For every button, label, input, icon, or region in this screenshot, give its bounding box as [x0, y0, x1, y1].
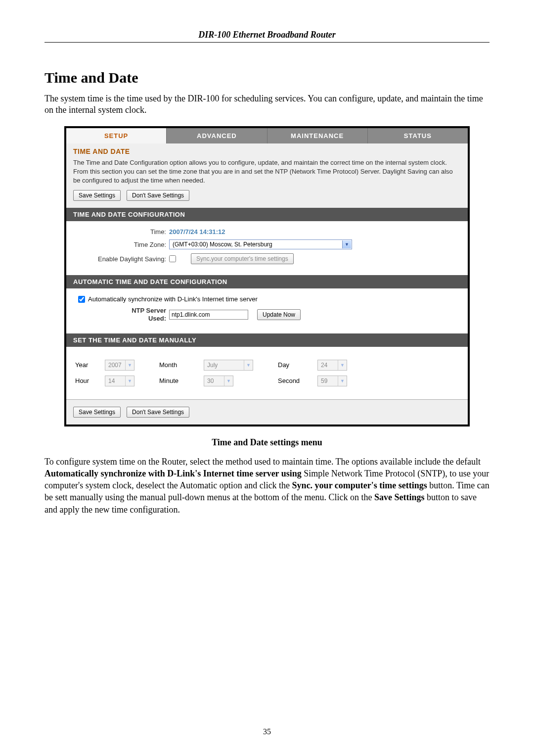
chevron-down-icon: ▼ [224, 376, 233, 386]
chevron-down-icon: ▼ [125, 360, 134, 370]
auto-sync-label: Automatically synchronize with D-Link's … [88, 295, 258, 303]
tab-setup[interactable]: SETUP [66, 128, 167, 143]
time-label: Time: [75, 228, 169, 236]
page-title: Time and Date [44, 69, 490, 86]
ntp-server-input[interactable] [169, 310, 248, 320]
auto-sync-checkbox[interactable] [78, 296, 85, 303]
daylight-saving-checkbox[interactable] [169, 255, 176, 262]
time-value: 2007/7/24 14:31:12 [169, 228, 225, 236]
tab-maintenance[interactable]: MAINTENANCE [267, 128, 368, 143]
dont-save-settings-button-top[interactable]: Don't Save Settings [127, 190, 189, 201]
day-select[interactable]: 24▼ [317, 360, 347, 371]
second-label: Second [278, 377, 317, 384]
router-ui-screenshot: SETUP ADVANCED MAINTENANCE STATUS TIME A… [64, 126, 470, 426]
chevron-down-icon: ▼ [125, 376, 134, 386]
second-select[interactable]: 59▼ [317, 376, 347, 386]
timezone-label: Time Zone: [75, 241, 169, 248]
day-label: Day [278, 361, 317, 369]
sync-computer-time-button[interactable]: Sync.your computer's time settings [191, 253, 294, 264]
year-label: Year [75, 361, 105, 369]
minute-select[interactable]: 30▼ [204, 376, 233, 386]
intro-panel-text: The Time and Date Configuration option a… [73, 158, 461, 186]
save-settings-button-bottom[interactable]: Save Settings [73, 407, 121, 418]
dont-save-settings-button-bottom[interactable]: Don't Save Settings [127, 407, 189, 418]
hour-select[interactable]: 14▼ [105, 376, 134, 386]
manual-body: Year 2007▼ Month July▼ Day 24▼ Hour 14▼ … [66, 347, 468, 399]
hour-label: Hour [75, 377, 105, 384]
year-select[interactable]: 2007▼ [105, 360, 134, 371]
tab-status[interactable]: STATUS [368, 128, 468, 143]
intro-panel: TIME AND DATE The Time and Date Configur… [66, 143, 468, 208]
bottom-button-panel: Save Settings Don't Save Settings [66, 399, 468, 425]
section-bar-auto: AUTOMATIC TIME AND DATE CONFIGURATION [66, 275, 468, 288]
chevron-down-icon: ▼ [338, 360, 347, 370]
config-body: Time: 2007/7/24 14:31:12 Time Zone: (GMT… [66, 221, 468, 275]
month-select[interactable]: July▼ [204, 360, 253, 371]
timezone-select[interactable]: (GMT+03:00) Moscow, St. Petersburg [169, 239, 352, 249]
figure-caption: Time and Date settings menu [44, 437, 490, 448]
section-bar-config: TIME AND DATE CONFIGURATION [66, 208, 468, 221]
save-settings-button-top[interactable]: Save Settings [73, 190, 121, 201]
body-paragraph: To configure system time on the Router, … [44, 456, 490, 516]
update-now-button[interactable]: Update Now [257, 309, 301, 320]
page-number: 35 [0, 727, 534, 736]
intro-paragraph: The system time is the time used by the … [44, 93, 490, 116]
page-header: DIR-100 Ethernet Broadband Router [44, 30, 490, 43]
chevron-down-icon: ▼ [338, 376, 347, 386]
tab-bar: SETUP ADVANCED MAINTENANCE STATUS [66, 128, 468, 143]
tab-advanced[interactable]: ADVANCED [167, 128, 267, 143]
section-bar-manual: SET THE TIME AND DATE MANUALLY [66, 333, 468, 347]
month-label: Month [159, 361, 204, 369]
ntp-server-label: NTP ServerUsed: [75, 307, 169, 322]
intro-panel-title: TIME AND DATE [73, 147, 461, 155]
auto-body: Automatically synchronize with D-Link's … [66, 288, 468, 333]
minute-label: Minute [159, 377, 204, 384]
chevron-down-icon: ▼ [244, 360, 253, 370]
daylight-saving-label: Enable Daylight Saving: [75, 255, 169, 263]
